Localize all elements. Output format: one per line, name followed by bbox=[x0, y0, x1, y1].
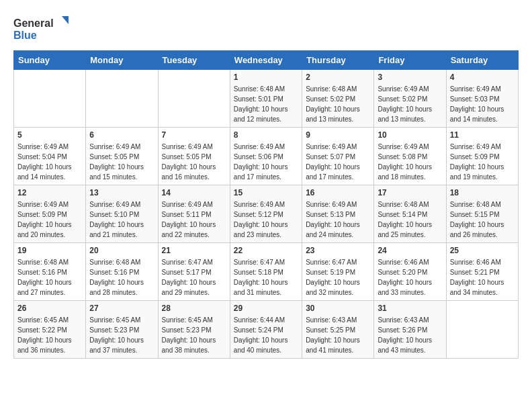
calendar-cell bbox=[86, 70, 158, 128]
day-info: Sunrise: 6:45 AM Sunset: 5:23 PM Dayligh… bbox=[89, 315, 154, 355]
calendar-cell: 26Sunrise: 6:45 AM Sunset: 5:22 PM Dayli… bbox=[14, 301, 86, 359]
day-info: Sunrise: 6:49 AM Sunset: 5:02 PM Dayligh… bbox=[378, 84, 442, 124]
calendar-cell: 22Sunrise: 6:47 AM Sunset: 5:18 PM Dayli… bbox=[230, 243, 302, 301]
day-number: 10 bbox=[378, 130, 442, 140]
svg-marker-1 bbox=[62, 16, 69, 24]
calendar-cell: 21Sunrise: 6:47 AM Sunset: 5:17 PM Dayli… bbox=[158, 243, 230, 301]
day-number: 21 bbox=[162, 246, 226, 255]
calendar-cell: 24Sunrise: 6:46 AM Sunset: 5:20 PM Dayli… bbox=[374, 243, 446, 301]
calendar-week-row: 12Sunrise: 6:49 AM Sunset: 5:09 PM Dayli… bbox=[14, 185, 519, 243]
calendar-cell: 4Sunrise: 6:49 AM Sunset: 5:03 PM Daylig… bbox=[446, 70, 518, 128]
calendar-cell: 6Sunrise: 6:49 AM Sunset: 5:05 PM Daylig… bbox=[86, 128, 158, 185]
day-number: 25 bbox=[450, 246, 515, 255]
day-info: Sunrise: 6:48 AM Sunset: 5:01 PM Dayligh… bbox=[234, 84, 298, 124]
calendar-week-row: 5Sunrise: 6:49 AM Sunset: 5:04 PM Daylig… bbox=[14, 128, 519, 185]
calendar-cell: 14Sunrise: 6:49 AM Sunset: 5:11 PM Dayli… bbox=[158, 185, 230, 243]
day-number: 19 bbox=[17, 246, 82, 255]
day-info: Sunrise: 6:45 AM Sunset: 5:22 PM Dayligh… bbox=[17, 315, 82, 355]
day-number: 26 bbox=[17, 304, 82, 313]
day-info: Sunrise: 6:48 AM Sunset: 5:02 PM Dayligh… bbox=[306, 84, 370, 124]
weekday-header: Sunday bbox=[14, 51, 86, 70]
day-info: Sunrise: 6:44 AM Sunset: 5:24 PM Dayligh… bbox=[234, 315, 298, 355]
calendar-cell: 20Sunrise: 6:48 AM Sunset: 5:16 PM Dayli… bbox=[86, 243, 158, 301]
day-number: 24 bbox=[378, 246, 442, 255]
calendar-table: SundayMondayTuesdayWednesdayThursdayFrid… bbox=[13, 50, 519, 359]
weekday-header: Friday bbox=[374, 51, 446, 70]
day-info: Sunrise: 6:48 AM Sunset: 5:14 PM Dayligh… bbox=[378, 199, 442, 240]
day-number: 11 bbox=[450, 130, 515, 140]
day-number: 7 bbox=[162, 130, 226, 140]
day-number: 2 bbox=[306, 73, 370, 82]
calendar-week-row: 26Sunrise: 6:45 AM Sunset: 5:22 PM Dayli… bbox=[14, 301, 519, 359]
day-number: 16 bbox=[306, 188, 370, 197]
day-info: Sunrise: 6:47 AM Sunset: 5:18 PM Dayligh… bbox=[234, 257, 298, 298]
calendar-week-row: 19Sunrise: 6:48 AM Sunset: 5:16 PM Dayli… bbox=[14, 243, 519, 301]
calendar-cell: 1Sunrise: 6:48 AM Sunset: 5:01 PM Daylig… bbox=[230, 70, 302, 128]
day-number: 23 bbox=[306, 246, 370, 255]
calendar-week-row: 1Sunrise: 6:48 AM Sunset: 5:01 PM Daylig… bbox=[14, 70, 519, 128]
calendar-cell: 31Sunrise: 6:43 AM Sunset: 5:26 PM Dayli… bbox=[374, 301, 446, 359]
calendar-cell: 30Sunrise: 6:43 AM Sunset: 5:25 PM Dayli… bbox=[302, 301, 374, 359]
weekday-header: Thursday bbox=[302, 51, 374, 70]
day-number: 31 bbox=[378, 304, 442, 313]
calendar-cell: 17Sunrise: 6:48 AM Sunset: 5:14 PM Dayli… bbox=[374, 185, 446, 243]
calendar-cell: 19Sunrise: 6:48 AM Sunset: 5:16 PM Dayli… bbox=[14, 243, 86, 301]
weekday-header: Saturday bbox=[446, 51, 518, 70]
day-info: Sunrise: 6:49 AM Sunset: 5:12 PM Dayligh… bbox=[234, 199, 298, 240]
day-number: 15 bbox=[234, 188, 298, 197]
day-info: Sunrise: 6:49 AM Sunset: 5:10 PM Dayligh… bbox=[89, 199, 154, 240]
calendar-cell: 25Sunrise: 6:46 AM Sunset: 5:21 PM Dayli… bbox=[446, 243, 518, 301]
day-number: 3 bbox=[378, 73, 442, 82]
day-info: Sunrise: 6:49 AM Sunset: 5:13 PM Dayligh… bbox=[306, 199, 370, 240]
calendar-cell: 13Sunrise: 6:49 AM Sunset: 5:10 PM Dayli… bbox=[86, 185, 158, 243]
day-info: Sunrise: 6:48 AM Sunset: 5:16 PM Dayligh… bbox=[17, 257, 82, 298]
day-number: 12 bbox=[17, 188, 82, 197]
day-number: 8 bbox=[234, 130, 298, 140]
logo: GeneralBlue bbox=[13, 13, 74, 44]
day-number: 9 bbox=[306, 130, 370, 140]
day-info: Sunrise: 6:49 AM Sunset: 5:07 PM Dayligh… bbox=[306, 142, 370, 182]
calendar-cell bbox=[446, 301, 518, 359]
weekday-header-row: SundayMondayTuesdayWednesdayThursdayFrid… bbox=[14, 51, 519, 70]
calendar-cell: 12Sunrise: 6:49 AM Sunset: 5:09 PM Dayli… bbox=[14, 185, 86, 243]
calendar-cell: 28Sunrise: 6:45 AM Sunset: 5:23 PM Dayli… bbox=[158, 301, 230, 359]
day-number: 6 bbox=[89, 130, 154, 140]
day-info: Sunrise: 6:49 AM Sunset: 5:11 PM Dayligh… bbox=[162, 199, 226, 240]
calendar-cell: 27Sunrise: 6:45 AM Sunset: 5:23 PM Dayli… bbox=[86, 301, 158, 359]
day-number: 27 bbox=[89, 304, 154, 313]
weekday-header: Monday bbox=[86, 51, 158, 70]
svg-text:General: General bbox=[13, 17, 54, 29]
day-info: Sunrise: 6:43 AM Sunset: 5:26 PM Dayligh… bbox=[378, 315, 442, 355]
day-number: 22 bbox=[234, 246, 298, 255]
day-info: Sunrise: 6:49 AM Sunset: 5:06 PM Dayligh… bbox=[234, 142, 298, 182]
day-info: Sunrise: 6:49 AM Sunset: 5:09 PM Dayligh… bbox=[450, 142, 515, 182]
day-info: Sunrise: 6:49 AM Sunset: 5:05 PM Dayligh… bbox=[162, 142, 226, 182]
day-number: 18 bbox=[450, 188, 515, 197]
day-number: 29 bbox=[234, 304, 298, 313]
calendar-cell: 2Sunrise: 6:48 AM Sunset: 5:02 PM Daylig… bbox=[302, 70, 374, 128]
calendar-cell: 5Sunrise: 6:49 AM Sunset: 5:04 PM Daylig… bbox=[14, 128, 86, 185]
calendar-cell: 15Sunrise: 6:49 AM Sunset: 5:12 PM Dayli… bbox=[230, 185, 302, 243]
calendar-cell: 18Sunrise: 6:48 AM Sunset: 5:15 PM Dayli… bbox=[446, 185, 518, 243]
calendar-cell: 16Sunrise: 6:49 AM Sunset: 5:13 PM Dayli… bbox=[302, 185, 374, 243]
day-info: Sunrise: 6:46 AM Sunset: 5:20 PM Dayligh… bbox=[378, 257, 442, 298]
day-number: 4 bbox=[450, 73, 515, 82]
weekday-header: Tuesday bbox=[158, 51, 230, 70]
svg-text:Blue: Blue bbox=[13, 30, 37, 41]
day-number: 1 bbox=[234, 73, 298, 82]
day-info: Sunrise: 6:46 AM Sunset: 5:21 PM Dayligh… bbox=[450, 257, 515, 298]
day-number: 20 bbox=[89, 246, 154, 255]
logo-svg: GeneralBlue bbox=[13, 13, 74, 44]
day-info: Sunrise: 6:49 AM Sunset: 5:05 PM Dayligh… bbox=[89, 142, 154, 182]
day-number: 30 bbox=[306, 304, 370, 313]
page-header: GeneralBlue bbox=[13, 13, 519, 44]
day-number: 13 bbox=[89, 188, 154, 197]
weekday-header: Wednesday bbox=[230, 51, 302, 70]
day-number: 14 bbox=[162, 188, 226, 197]
day-info: Sunrise: 6:49 AM Sunset: 5:03 PM Dayligh… bbox=[450, 84, 515, 124]
calendar-cell: 8Sunrise: 6:49 AM Sunset: 5:06 PM Daylig… bbox=[230, 128, 302, 185]
calendar-cell bbox=[158, 70, 230, 128]
calendar-cell: 11Sunrise: 6:49 AM Sunset: 5:09 PM Dayli… bbox=[446, 128, 518, 185]
calendar-cell: 29Sunrise: 6:44 AM Sunset: 5:24 PM Dayli… bbox=[230, 301, 302, 359]
day-info: Sunrise: 6:49 AM Sunset: 5:08 PM Dayligh… bbox=[378, 142, 442, 182]
